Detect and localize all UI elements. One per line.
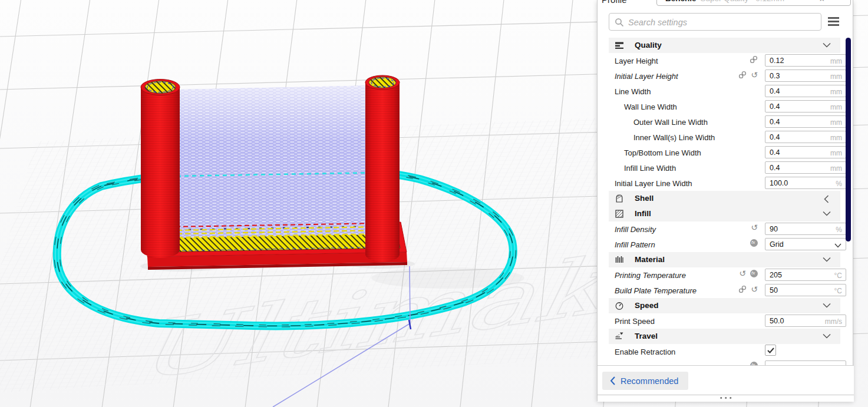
panel-bottom-bar: Recommended	[598, 365, 854, 395]
model-tower-left[interactable]	[141, 80, 180, 258]
setting-value: 0.4	[770, 148, 780, 157]
unit-label: mm	[830, 103, 842, 111]
setting-value: 100.0	[770, 179, 788, 187]
revert-icon[interactable]: ↺	[751, 286, 758, 293]
fx-icon[interactable]: fx	[750, 270, 758, 277]
setting-row-build-plate-temperature: Build Plate Temperature↺50°C	[598, 283, 854, 298]
setting-label: Initial Layer Height	[615, 72, 678, 81]
setting-value: 50	[770, 286, 778, 295]
unit-label: %	[836, 226, 842, 234]
setting-label: Wall Line Width	[624, 102, 677, 111]
unit-label: mm	[830, 72, 842, 81]
input-build-plate-temperature[interactable]: 50°C	[765, 284, 846, 296]
setting-row-top-bottom-line-width: Top/Bottom Line Width0.4mm	[598, 145, 854, 160]
input-inner-wall-s-line-width[interactable]: 0.4mm	[765, 131, 846, 143]
chevron-left-icon	[823, 195, 831, 203]
profile-name: Benchie	[665, 0, 697, 3]
section-header-shell[interactable]: Shell	[598, 191, 854, 206]
setting-row-wall-line-width: Wall Line Width0.4mm	[598, 99, 854, 114]
setting-row-outer-wall-line-width: Outer Wall Line Width0.4mm	[598, 114, 854, 130]
input-blank[interactable]	[765, 360, 846, 365]
panel-resize-handle[interactable]	[598, 395, 854, 402]
chevron-left-icon	[610, 376, 615, 385]
input-printing-temperature[interactable]: 205°C	[765, 269, 846, 281]
input-infill-line-width[interactable]: 0.4mm	[765, 161, 846, 174]
setting-value: 90	[770, 225, 778, 233]
setting-label: Print Speed	[615, 317, 655, 326]
setting-label: Infill Pattern	[615, 240, 655, 249]
setting-value: 0.3	[770, 72, 780, 80]
section-header-material[interactable]: Material	[598, 252, 854, 267]
input-outer-wall-line-width[interactable]: 0.4mm	[765, 115, 846, 128]
setting-value: 0.12	[770, 57, 784, 65]
revert-icon[interactable]: ↺	[739, 270, 746, 277]
search-icon	[615, 18, 624, 27]
model-tower-right[interactable]	[365, 75, 400, 262]
setting-label: Infill Line Width	[624, 164, 676, 173]
section-header-quality[interactable]: Quality	[598, 38, 854, 53]
unit-label: %	[836, 180, 842, 188]
revert-icon[interactable]: ↺	[751, 224, 758, 231]
chevron-down-icon	[834, 243, 841, 249]
input-print-speed[interactable]: 50.0mm/s	[765, 315, 846, 327]
input-layer-height[interactable]: 0.12mm	[765, 54, 846, 67]
unit-label: mm	[830, 164, 842, 173]
print-settings-panel: Profile BenchieSuper Quality - 0.12mm ★ …	[597, 0, 853, 401]
setting-row-initial-layer-line-width: Initial Layer Line Width100.0%	[598, 176, 854, 191]
fx-icon[interactable]: fx	[750, 239, 758, 247]
input-initial-layer-height[interactable]: 0.3mm	[765, 70, 846, 82]
setting-label: Initial Layer Line Width	[615, 179, 692, 188]
settings-menu-icon[interactable]	[828, 17, 839, 27]
setting-label: Top/Bottom Line Width	[624, 148, 701, 157]
setting-row-initial-layer-height: Initial Layer Height↺0.3mm	[598, 68, 854, 84]
section-label: Material	[635, 255, 665, 264]
revert-icon[interactable]: ↺	[751, 71, 758, 79]
chevron-down-icon	[823, 42, 831, 50]
search-box[interactable]	[609, 13, 821, 31]
setting-label: Infill Density	[615, 225, 656, 234]
setting-row-inner-wall-s-line-width: Inner Wall(s) Line Width0.4mm	[598, 130, 854, 145]
section-header-travel[interactable]: Travel	[598, 329, 854, 344]
setting-row-enable-retraction: Enable Retraction	[598, 344, 854, 359]
link-icon	[738, 285, 747, 293]
setting-label: Inner Wall(s) Line Width	[633, 133, 715, 142]
setting-value: 50.0	[770, 317, 784, 325]
input-wall-line-width[interactable]: 0.4mm	[765, 100, 846, 112]
chevron-down-icon	[823, 210, 831, 219]
infill-icon	[615, 209, 624, 219]
section-label: Travel	[635, 332, 658, 340]
settings-scrollbar[interactable]	[846, 38, 851, 241]
setting-row-infill-pattern: Infill PatternfxGrid	[598, 237, 854, 252]
setting-row-infill-line-width: Infill Line Width0.4mm	[598, 160, 854, 176]
checkbox-enable-retraction[interactable]	[765, 345, 776, 356]
chevron-down-icon	[823, 333, 831, 341]
setting-row-infill-density: Infill Density↺90%	[598, 221, 854, 237]
settings-list: QualityLayer Height0.12mmInitial Layer H…	[598, 38, 854, 365]
unit-label: mm	[830, 134, 842, 142]
model-infill-wall[interactable]	[175, 85, 381, 238]
setting-row-blank: fx	[598, 359, 854, 365]
chevron-down-icon	[823, 256, 831, 264]
shell-icon	[615, 194, 624, 203]
section-header-speed[interactable]: Speed	[598, 298, 854, 313]
setting-value: 205	[770, 271, 782, 279]
setting-row-line-width: Line Width0.4mm	[598, 84, 854, 99]
section-header-infill[interactable]: Infill	[598, 206, 854, 221]
search-input[interactable]	[627, 15, 818, 29]
setting-value: 0.4	[770, 118, 780, 126]
travel-icon	[615, 332, 624, 341]
input-top-bottom-line-width[interactable]: 0.4mm	[765, 146, 846, 158]
setting-row-print-speed: Print Speed50.0mm/s	[598, 313, 854, 329]
favorite-star-icon[interactable]: ★	[818, 0, 826, 3]
profile-dropdown[interactable]: BenchieSuper Quality - 0.12mm ★	[656, 0, 851, 6]
input-infill-density[interactable]: 90%	[765, 223, 846, 235]
setting-row-layer-height: Layer Height0.12mm	[598, 53, 854, 68]
unit-label: mm	[830, 149, 842, 157]
input-initial-layer-line-width[interactable]: 100.0%	[765, 177, 846, 189]
link-icon	[750, 55, 758, 64]
unit-label: mm	[830, 88, 842, 96]
input-line-width[interactable]: 0.4mm	[765, 85, 846, 97]
select-infill-pattern[interactable]: Grid	[765, 238, 846, 250]
recommended-button[interactable]: Recommended	[602, 372, 688, 390]
setting-label: Enable Retraction	[615, 348, 675, 356]
